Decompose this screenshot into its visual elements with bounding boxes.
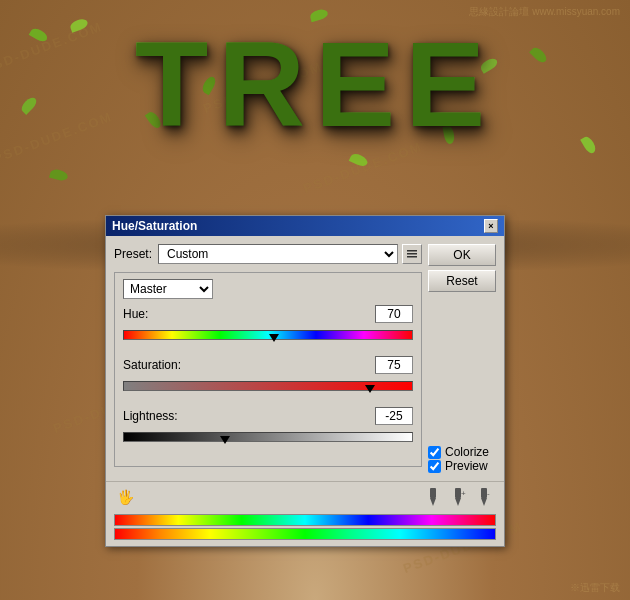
saturation-thumb[interactable] — [365, 385, 375, 399]
eyedropper-icon — [426, 488, 440, 506]
preview-label: Preview — [445, 459, 488, 473]
preview-row: Preview — [428, 459, 496, 473]
reset-button[interactable]: Reset — [428, 270, 496, 292]
checkboxes-area: Colorize Preview — [428, 405, 496, 473]
colorize-checkbox[interactable] — [428, 446, 441, 459]
svg-rect-3 — [430, 488, 436, 498]
dialog-buttons-panel: OK Reset Colorize Preview — [428, 244, 496, 473]
svg-rect-2 — [407, 256, 417, 258]
lightness-thumb[interactable] — [220, 436, 230, 450]
top-brand-watermark: 思緣設計論壇 www.missyuan.com — [469, 5, 620, 19]
svg-marker-9 — [481, 498, 487, 506]
lightness-input[interactable] — [375, 407, 413, 425]
svg-text:+: + — [461, 489, 466, 498]
dialog-main-panel: Preset: Custom Master — [114, 244, 422, 473]
lightness-row: Lightness: — [123, 407, 413, 450]
saturation-row: Saturation: — [123, 356, 413, 399]
hue-thumb[interactable] — [269, 334, 279, 348]
svg-rect-0 — [407, 250, 417, 252]
hand-tool-icon[interactable]: 🖐 — [114, 486, 136, 508]
saturation-slider-container — [123, 377, 413, 399]
svg-text:-: - — [487, 489, 490, 498]
colorize-row: Colorize — [428, 445, 496, 459]
preset-row: Preset: Custom — [114, 244, 422, 264]
spectrum-bars — [106, 514, 504, 546]
dialog-bottom-toolbar: 🖐 + - — [106, 481, 504, 514]
hue-row: Hue: — [123, 305, 413, 348]
hue-saturation-dialog: Hue/Saturation × Preset: Custom — [105, 215, 505, 547]
preset-options-button[interactable] — [402, 244, 422, 264]
preset-select[interactable]: Custom — [158, 244, 398, 264]
svg-rect-1 — [407, 253, 417, 255]
channel-select[interactable]: Master — [123, 279, 213, 299]
lightness-track[interactable] — [123, 432, 413, 442]
svg-marker-6 — [455, 498, 461, 506]
saturation-label: Saturation: — [123, 358, 375, 372]
preset-label: Preset: — [114, 247, 154, 261]
top-spectrum-bar — [114, 514, 496, 526]
close-button[interactable]: × — [484, 219, 498, 233]
hue-label: Hue: — [123, 307, 375, 321]
channel-box: Master Hue: Sat — [114, 272, 422, 467]
dialog-titlebar: Hue/Saturation × — [106, 216, 504, 236]
eyedropper-subtract-icon[interactable]: - — [474, 486, 496, 508]
lightness-slider-container — [123, 428, 413, 450]
eyedropper-plus-icon: + — [451, 488, 467, 506]
colorize-label: Colorize — [445, 445, 489, 459]
ok-button[interactable]: OK — [428, 244, 496, 266]
svg-marker-4 — [430, 498, 436, 506]
hue-input[interactable] — [375, 305, 413, 323]
bottom-brand-watermark: ※迅雷下载 — [570, 581, 620, 595]
preview-checkbox[interactable] — [428, 460, 441, 473]
hue-slider-container — [123, 326, 413, 348]
bottom-spectrum-bar — [114, 528, 496, 540]
dialog-title: Hue/Saturation — [112, 219, 197, 233]
eyedropper-tool-icon[interactable] — [422, 486, 444, 508]
channel-row: Master — [123, 279, 413, 299]
eyedropper-minus-icon: - — [477, 488, 493, 506]
eyedropper-add-icon[interactable]: + — [448, 486, 470, 508]
dialog-body: Preset: Custom Master — [106, 236, 504, 481]
saturation-input[interactable] — [375, 356, 413, 374]
menu-icon — [407, 249, 417, 259]
lightness-label: Lightness: — [123, 409, 375, 423]
